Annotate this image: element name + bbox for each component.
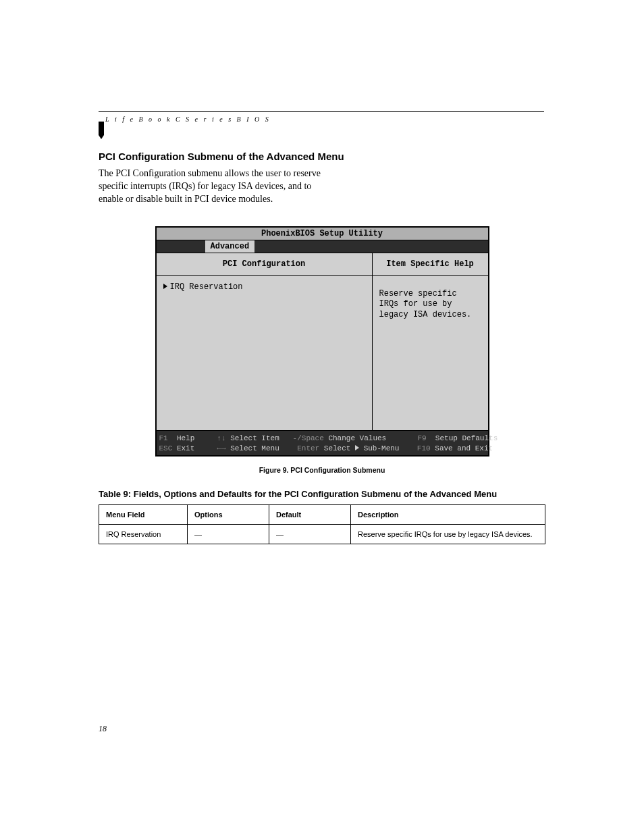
triangle-right-icon bbox=[163, 284, 167, 289]
key-esc: ESC bbox=[159, 444, 173, 454]
submenu-label: IRQ Reservation bbox=[170, 282, 243, 292]
submenu-irq-reservation[interactable]: IRQ Reservation bbox=[163, 282, 365, 292]
fields-table: Menu Field Options Default Description I… bbox=[99, 504, 545, 544]
tab-advanced[interactable]: Advanced bbox=[205, 240, 255, 253]
page-number: 18 bbox=[99, 724, 107, 734]
bios-footer-row-2: ESC Exit ←→ Select Menu Enter Select Sub… bbox=[159, 444, 485, 454]
document-page: L i f e B o o k C S e r i e s B I O S PC… bbox=[0, 0, 644, 834]
bios-help-text: Reserve specific IRQs for use by legacy … bbox=[373, 276, 488, 328]
key-f9: F9 bbox=[417, 434, 426, 444]
bios-screenshot: PhoenixBIOS Setup Utility Advanced PCI C… bbox=[155, 226, 489, 457]
th-description: Description bbox=[351, 505, 545, 525]
bios-window: PhoenixBIOS Setup Utility Advanced PCI C… bbox=[155, 226, 489, 457]
key-minus-space: -/Space bbox=[293, 434, 324, 444]
th-default: Default bbox=[269, 505, 351, 525]
section-title: PCI Configuration Submenu of the Advance… bbox=[99, 151, 545, 162]
section-intro: The PCI Configuration submenu allows the… bbox=[99, 167, 328, 206]
table-header-row: Menu Field Options Default Description bbox=[99, 505, 545, 525]
label-change-values: Change Values bbox=[328, 434, 386, 444]
th-menu-field: Menu Field bbox=[99, 505, 188, 525]
header-tick-icon bbox=[99, 122, 108, 139]
bios-footer-row-1: F1 Help ↑↓ Select Item -/Space Change Va… bbox=[159, 434, 485, 444]
label-setup-defaults: Setup Defaults bbox=[435, 434, 498, 444]
bios-body: PCI Configuration IRQ Reservation Item S… bbox=[157, 253, 488, 431]
bios-right-header: Item Specific Help bbox=[373, 253, 488, 276]
label-select-submenu: Select Sub-Menu bbox=[324, 444, 400, 454]
bios-footer: F1 Help ↑↓ Select Item -/Space Change Va… bbox=[157, 431, 488, 456]
cell-default: — bbox=[269, 525, 351, 544]
label-help: Help bbox=[177, 434, 194, 444]
bios-left-content: IRQ Reservation bbox=[157, 276, 372, 298]
bios-menu-bar: Advanced bbox=[157, 240, 488, 253]
bios-left-panel: PCI Configuration IRQ Reservation bbox=[157, 253, 373, 430]
table-title: Table 9: Fields, Options and Defaults fo… bbox=[99, 489, 545, 499]
label-select-item: Select Item bbox=[230, 434, 279, 444]
key-leftright: ←→ bbox=[217, 444, 225, 454]
bios-right-panel: Item Specific Help Reserve specific IRQs… bbox=[373, 253, 488, 430]
running-header-text: L i f e B o o k C S e r i e s B I O S bbox=[105, 115, 271, 123]
cell-description: Reserve specific IRQs for use by legacy … bbox=[351, 525, 545, 544]
cell-options: — bbox=[188, 525, 269, 544]
key-f1: F1 bbox=[159, 434, 168, 444]
label-select-menu: Select Menu bbox=[230, 444, 279, 454]
th-options: Options bbox=[188, 505, 269, 525]
bios-left-header: PCI Configuration bbox=[157, 253, 372, 276]
figure-caption: Figure 9. PCI Configuration Submenu bbox=[99, 466, 545, 474]
table-row: IRQ Reservation — — Reserve specific IRQ… bbox=[99, 525, 545, 544]
key-updown: ↑↓ bbox=[217, 434, 225, 444]
bios-title-bar: PhoenixBIOS Setup Utility bbox=[157, 228, 488, 240]
key-f10: F10 bbox=[417, 444, 431, 454]
running-header: L i f e B o o k C S e r i e s B I O S bbox=[99, 111, 544, 123]
label-save-exit: Save and Exit bbox=[435, 444, 493, 454]
key-enter: Enter bbox=[297, 444, 319, 454]
cell-menu-field: IRQ Reservation bbox=[99, 525, 188, 544]
label-exit: Exit bbox=[177, 444, 194, 454]
